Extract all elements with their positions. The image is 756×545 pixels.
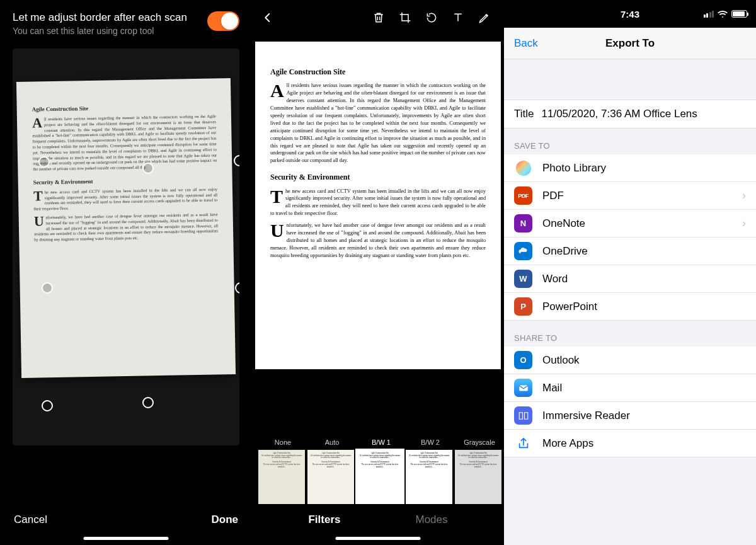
status-icons	[704, 10, 748, 18]
crop-handle-tr[interactable]	[234, 155, 239, 166]
filter-strip: None Agile Construction SiteAll resident…	[252, 439, 504, 504]
back-button[interactable]	[258, 8, 277, 27]
row-label: Mail	[542, 382, 562, 394]
mid-toolbar	[252, 0, 504, 35]
row-photo-library[interactable]: Photo Library	[504, 154, 756, 182]
row-label: PDF	[542, 190, 564, 202]
doc-section2-title: Security & Environment	[33, 175, 217, 186]
crop-handle-ml[interactable]	[42, 282, 53, 294]
doc-para1: ll residents have serious issues regardi…	[32, 114, 217, 171]
doc-para2: he new access card and CCTV system has b…	[270, 188, 486, 217]
row-powerpoint[interactable]: P PowerPoint	[504, 293, 756, 321]
chevron-right-icon: ›	[742, 189, 746, 202]
left-header-text: Let me adjust border after each scan You…	[13, 11, 187, 36]
row-label: OneDrive	[542, 245, 588, 258]
row-onedrive[interactable]: OneDrive	[504, 238, 756, 265]
crop-handle-bl[interactable]	[42, 400, 53, 411]
row-immersive-reader[interactable]: Immersive Reader	[504, 402, 756, 430]
filter-auto[interactable]: Auto Agile Construction SiteAll resident…	[307, 439, 357, 504]
crop-handle-mr[interactable]	[235, 282, 239, 294]
mid-footer: Filters Modes	[252, 513, 504, 526]
onedrive-icon	[514, 242, 532, 260]
delete-icon[interactable]	[368, 7, 389, 28]
pdf-icon: PDF	[514, 186, 532, 205]
left-header: Let me adjust border after each scan You…	[0, 0, 252, 42]
filter-screen: Agile Construction Site All residents ha…	[252, 0, 504, 545]
doc-para3: nfortunately, we have had another case o…	[34, 212, 218, 241]
status-time: 7:43	[621, 9, 639, 20]
row-more-apps[interactable]: More Apps	[504, 430, 756, 457]
adjust-border-subtitle: You can set this later using crop tool	[13, 26, 187, 36]
title-value: 11/05/2020, 7:36 AM Office Lens	[542, 108, 697, 120]
row-mail[interactable]: Mail	[504, 374, 756, 402]
row-label: PowerPoint	[542, 301, 597, 313]
cancel-button[interactable]: Cancel	[14, 513, 47, 526]
export-screen: 7:43 Back Export To Title 11/05/2020, 7:…	[504, 0, 756, 545]
chevron-right-icon: ›	[742, 217, 746, 230]
wifi-icon	[718, 10, 728, 18]
row-onenote[interactable]: N OneNote ›	[504, 210, 756, 238]
save-to-header: Save To	[504, 129, 756, 154]
done-button[interactable]: Done	[212, 513, 239, 526]
outlook-icon: O	[514, 351, 532, 369]
svg-rect-0	[519, 385, 528, 391]
scan-preview[interactable]: Agile Construction Site All residents ha…	[13, 49, 239, 445]
screen-title: Export To	[605, 37, 655, 50]
filter-none[interactable]: None Agile Construction SiteAll resident…	[258, 439, 307, 504]
row-label: More Apps	[542, 437, 593, 450]
crop-handle-tm[interactable]	[142, 163, 154, 174]
border-adjust-screen: Let me adjust border after each scan You…	[0, 0, 252, 545]
filter-bw2[interactable]: B/W 2 Agile Construction SiteAll residen…	[406, 439, 455, 504]
draw-icon[interactable]	[474, 7, 495, 28]
tab-modes[interactable]: Modes	[415, 513, 447, 526]
crop-handle-bm[interactable]	[142, 397, 154, 408]
scanned-document-preview: Agile Construction Site All residents ha…	[16, 78, 236, 378]
onenote-icon: N	[514, 214, 532, 232]
title-label: Title	[514, 108, 534, 120]
adjust-border-toggle[interactable]	[207, 11, 239, 31]
home-indicator[interactable]	[336, 537, 421, 540]
powerpoint-icon: P	[514, 297, 532, 316]
row-label: Photo Library	[542, 162, 606, 175]
row-outlook[interactable]: O Outlook	[504, 347, 756, 374]
doc-section2-title: Security & Environment	[270, 172, 486, 183]
spacer	[504, 59, 756, 100]
rotate-icon[interactable]	[421, 7, 442, 28]
row-label: OneNote	[542, 217, 585, 230]
row-word[interactable]: W Word	[504, 265, 756, 293]
mail-icon	[514, 379, 532, 397]
title-field[interactable]: Title 11/05/2020, 7:36 AM Office Lens	[504, 100, 756, 129]
signal-icon	[704, 11, 714, 18]
doc-section1-title: Agile Construction Site	[270, 67, 486, 77]
doc-para1: ll residents have serious issues regardi…	[270, 83, 486, 163]
row-label: Immersive Reader	[542, 410, 630, 422]
doc-section1-title: Agile Construction Site	[32, 102, 216, 113]
photos-icon	[514, 159, 532, 177]
filtered-document-preview[interactable]: Agile Construction Site All residents ha…	[255, 42, 501, 369]
crop-handle-tl[interactable]	[38, 156, 50, 168]
row-label: Word	[542, 273, 568, 285]
crop-icon[interactable]	[394, 7, 416, 28]
row-label: Outlook	[542, 354, 580, 367]
nav-bar: Back Export To	[504, 28, 756, 59]
filter-grayscale[interactable]: Grayscale Agile Construction SiteAll res…	[455, 439, 504, 504]
share-to-header: Share To	[504, 321, 756, 347]
left-footer: Cancel Done	[0, 513, 252, 526]
doc-para2: he new access card and CCTV system has b…	[33, 186, 217, 210]
filter-bw1[interactable]: B/W 1 Agile Construction SiteAll residen…	[357, 439, 406, 504]
home-indicator[interactable]	[84, 537, 169, 540]
text-icon[interactable]	[447, 7, 469, 28]
share-icon	[514, 434, 532, 452]
word-icon: W	[514, 270, 532, 288]
back-button[interactable]: Back	[514, 37, 538, 50]
filtered-preview-wrap: Agile Construction Site All residents ha…	[252, 35, 504, 413]
battery-icon	[731, 10, 747, 18]
row-pdf[interactable]: PDF PDF ›	[504, 182, 756, 210]
tab-filters[interactable]: Filters	[308, 513, 340, 526]
status-bar: 7:43	[504, 0, 756, 28]
adjust-border-title: Let me adjust border after each scan	[13, 11, 187, 24]
immersive-reader-icon	[514, 406, 532, 425]
doc-para3: nfortunately, we have had another case o…	[270, 222, 486, 258]
